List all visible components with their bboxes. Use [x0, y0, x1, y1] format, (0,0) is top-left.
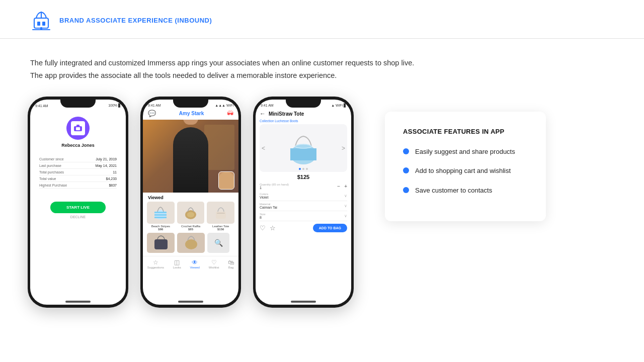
- wishlist-icon: ♡: [209, 259, 219, 266]
- phone2-video-area: [143, 120, 238, 193]
- pip-body: [219, 184, 234, 189]
- video-pip: [218, 171, 234, 190]
- quantity-label: Quantity (65 on hand): [260, 183, 289, 186]
- phone3-bottom-actions: ♡ ☆ ADD TO BAG: [256, 221, 351, 234]
- phone1-time: 9:41 AM: [35, 104, 48, 108]
- phone2-products-row1: Beach Stripes $86 Crochet Raffia $85: [143, 202, 238, 231]
- feature-dot-1: [403, 167, 409, 173]
- product-bag-image: [285, 130, 321, 166]
- start-live-button[interactable]: START LIVE: [50, 202, 106, 213]
- stat-label-0: Customer since: [39, 157, 64, 161]
- phone1-stats: Customer since July 21, 2019 Last purcha…: [30, 152, 126, 193]
- logo-icon: [30, 9, 52, 31]
- svg-rect-2: [42, 22, 45, 26]
- phone2-product-price-2: $156: [207, 228, 234, 231]
- colors-value: Violet: [260, 196, 268, 199]
- phone2-time: 9:41 AM: [148, 104, 161, 107]
- phone2-notch: [173, 97, 208, 108]
- phone2-search-btn[interactable]: 🔍: [207, 233, 229, 253]
- looks-label: Looks: [173, 266, 181, 269]
- phone3-product-title: MiniStraw Tote: [269, 111, 304, 117]
- phone2-nav-looks[interactable]: ◫ Looks: [173, 259, 181, 269]
- phone3-time: 9:41 AM: [261, 104, 274, 108]
- suggestions-label: Suggestions: [147, 266, 164, 269]
- phone2-contact-bar: 💬 Amy Stark 🕶: [143, 109, 238, 120]
- feature-item-0: Easily suggest and share products: [403, 147, 528, 156]
- stat-label-4: Highest Purchase: [39, 184, 67, 187]
- back-arrow-icon[interactable]: ←: [260, 110, 266, 117]
- qty-minus-button[interactable]: −: [337, 184, 340, 189]
- action-icons-group: ♡ ☆: [260, 224, 276, 232]
- stat-label-3: Total value: [39, 177, 56, 180]
- phone1-notch: [60, 97, 96, 108]
- image-next-button[interactable]: >: [342, 145, 345, 152]
- description-line2: The app provides the associate all the t…: [30, 69, 614, 82]
- material-row[interactable]: Material Caiman Tai ∨: [260, 201, 347, 211]
- phone2-glasses-icon: 🕶: [227, 110, 233, 117]
- colors-row[interactable]: Colors Violet ∨: [260, 191, 347, 201]
- phone3-screen: 9:41 AM ▲ WiFi ▊ ← MiniStraw Tote Collec…: [256, 100, 351, 305]
- looks-icon: ◫: [173, 259, 181, 266]
- collection-name: Luchesse Boots: [275, 119, 298, 123]
- material-value: Caiman Tai: [260, 206, 277, 209]
- size-row[interactable]: Size 8 ∨: [260, 211, 347, 221]
- heart-icon[interactable]: ♡: [260, 224, 266, 232]
- stat-val-4: $837: [109, 184, 117, 187]
- svg-rect-1: [37, 22, 40, 26]
- stat-val-2: 11: [113, 170, 117, 174]
- video-person-body: [173, 127, 208, 193]
- pip-face: [219, 172, 234, 184]
- phone2-signal: ▲▲▲ WiFi: [215, 104, 233, 107]
- phone1-decline-label[interactable]: DECLINE: [30, 215, 126, 219]
- bag-nav-icon: 🛍: [228, 259, 234, 266]
- svg-point-19: [185, 239, 197, 249]
- phone1-screen: 9:41 AM 100% ▊ Rebecca Jones: [30, 100, 126, 305]
- svg-rect-22: [290, 152, 316, 156]
- feature-text-2: Save customer to contacts: [415, 186, 492, 195]
- suggestions-icon: ☆: [147, 259, 164, 266]
- phone2-more-products-row: 🔍: [143, 231, 238, 253]
- svg-rect-23: [290, 156, 316, 160]
- phone2-nav-bag[interactable]: 🛍 Bag: [228, 259, 234, 269]
- avatar-circle: [66, 117, 90, 140]
- svg-rect-0: [34, 18, 48, 28]
- phone2-product-price-0: $86: [147, 228, 175, 231]
- qty-plus-button[interactable]: +: [344, 184, 347, 189]
- quantity-value: 1: [260, 186, 289, 190]
- search-icon: 🔍: [214, 239, 223, 247]
- phone2-product-1: Crochet Raffia $85: [177, 202, 205, 231]
- star-icon[interactable]: ☆: [270, 224, 276, 232]
- phone1-mockup: 9:41 AM 100% ▊ Rebecca Jones: [28, 97, 128, 308]
- phone2-dark-bag-img: [147, 233, 175, 253]
- phone2-product-0: Beach Stripes $86: [147, 202, 175, 231]
- header: BRAND ASSOCIATE EXPERIENCE (INBOUND): [0, 0, 644, 39]
- phone2-product-img-1: [177, 202, 205, 224]
- phone2-nav-suggestions[interactable]: ☆ Suggestions: [147, 259, 164, 269]
- svg-rect-8: [76, 127, 80, 130]
- quantity-controls: − +: [337, 184, 347, 189]
- stat-val-0: July 21, 2019: [96, 157, 117, 161]
- shelf-decoration: [204, 125, 234, 170]
- image-prev-button[interactable]: <: [262, 145, 265, 152]
- phone2-nav-viewed[interactable]: 👁 Viewed: [190, 259, 200, 269]
- dot-1: [299, 168, 301, 170]
- stat-row-4: Highest Purchase $837: [39, 182, 117, 189]
- image-dots: [299, 168, 308, 170]
- avatar-inner: [71, 121, 85, 135]
- crochet-img: [183, 205, 199, 221]
- phone1-avatar-area: Rebecca Jones: [30, 108, 126, 152]
- phone2-tan-bag-img: [177, 233, 205, 253]
- phone2-message-icon[interactable]: 💬: [148, 110, 156, 117]
- phone2-nav-wishlist[interactable]: ♡ Wishlist: [209, 259, 219, 269]
- phone2-product-img-2: [207, 202, 234, 224]
- viewed-label: Viewed: [143, 193, 238, 202]
- svg-point-15: [187, 212, 195, 218]
- wishlist-label: Wishlist: [209, 266, 219, 269]
- feature-text-1: Add to shopping cart and wishlist: [415, 166, 511, 175]
- add-to-bag-button[interactable]: ADD TO BAG: [313, 224, 347, 232]
- phone2-mockup: 9:41 AM ▲▲▲ WiFi 💬 Amy Stark 🕶: [140, 97, 241, 308]
- description-block: The fully integrated and customized Imme…: [0, 39, 644, 92]
- svg-rect-6: [32, 29, 50, 30]
- phone3-product-image-area: < >: [260, 124, 347, 172]
- size-chevron-icon: ∨: [344, 214, 347, 218]
